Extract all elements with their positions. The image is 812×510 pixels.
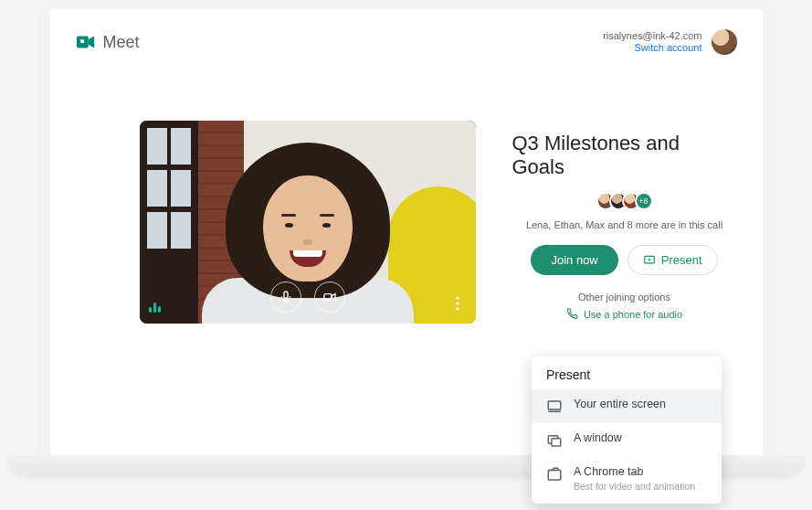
user-avatar[interactable] <box>712 29 737 55</box>
mic-icon <box>279 290 293 304</box>
phone-icon <box>566 308 578 320</box>
account-email: risalynes@ink-42.com <box>603 30 701 42</box>
video-preview <box>140 121 476 324</box>
switch-account-link[interactable]: Switch account <box>635 42 702 54</box>
more-vertical-icon <box>456 296 459 311</box>
present-popup: Present Your entire screen A window A Ch… <box>532 356 722 504</box>
svg-point-4 <box>456 296 459 299</box>
svg-point-6 <box>456 307 459 310</box>
monitor-icon <box>546 398 563 415</box>
meet-logo-icon <box>76 32 96 52</box>
participant-more-badge: +8 <box>635 192 653 210</box>
topbar: Meet risalynes@ink-42.com Switch account <box>76 26 737 58</box>
account-area: risalynes@ink-42.com Switch account <box>603 29 736 55</box>
present-option-label: Your entire screen <box>574 398 666 411</box>
video-more-button[interactable] <box>448 294 467 313</box>
audio-level-icon <box>149 300 161 313</box>
svg-point-5 <box>456 302 459 304</box>
present-option-window[interactable]: A window <box>532 423 722 457</box>
present-button-label: Present <box>661 253 702 267</box>
meeting-info-panel: Q3 Milestones and Goals +8 Lena, Ethan, … <box>512 121 737 324</box>
brand-name: Meet <box>103 33 140 52</box>
present-option-chrome-tab[interactable]: A Chrome tab Best for video and animatio… <box>532 457 722 500</box>
present-popup-title: Present <box>532 356 722 389</box>
brand: Meet <box>76 32 140 52</box>
svg-rect-1 <box>284 292 288 298</box>
participant-avatars: +8 <box>596 192 653 210</box>
svg-rect-12 <box>548 471 561 481</box>
join-now-button[interactable]: Join now <box>531 245 617 275</box>
other-options-label: Other joining options <box>578 292 670 303</box>
present-icon <box>643 254 656 267</box>
present-option-entire-screen[interactable]: Your entire screen <box>532 389 722 423</box>
tab-icon <box>546 466 563 483</box>
present-option-sublabel: Best for video and animation <box>574 481 695 492</box>
svg-rect-3 <box>324 294 332 301</box>
in-call-text: Lena, Ethan, Max and 8 more are in this … <box>526 219 722 230</box>
camera-icon <box>322 290 337 304</box>
present-option-label: A window <box>574 431 622 445</box>
present-button[interactable]: Present <box>627 245 718 275</box>
toggle-mic-button[interactable] <box>270 282 301 313</box>
present-option-label: A Chrome tab <box>574 465 695 479</box>
use-phone-label: Use a phone for audio <box>584 309 682 320</box>
toggle-camera-button[interactable] <box>314 282 345 313</box>
svg-rect-11 <box>552 439 561 446</box>
use-phone-link[interactable]: Use a phone for audio <box>566 308 682 320</box>
window-icon <box>546 432 563 449</box>
meeting-title: Q3 Milestones and Goals <box>512 132 737 179</box>
svg-rect-8 <box>548 401 561 409</box>
